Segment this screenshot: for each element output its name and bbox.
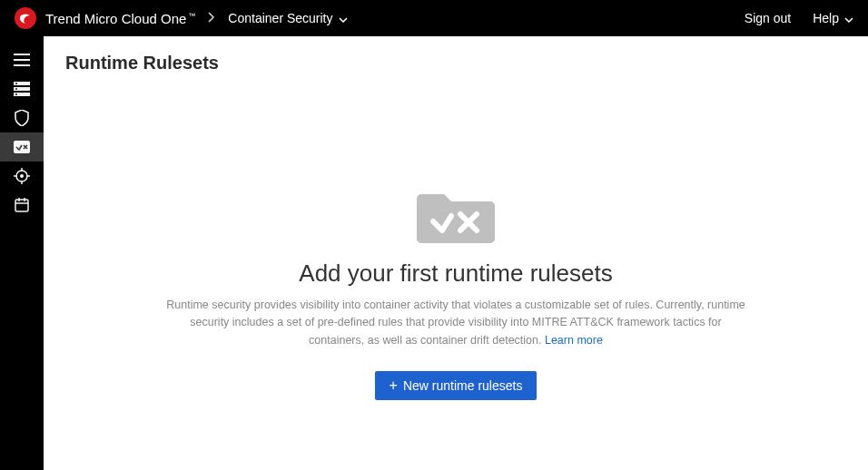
section-selector[interactable]: Container Security xyxy=(228,11,347,25)
empty-heading: Add your first runtime rulesets xyxy=(165,259,746,288)
help-label: Help xyxy=(813,11,839,25)
brand-logo-icon xyxy=(15,7,36,29)
trademark-symbol: ™ xyxy=(188,12,195,20)
section-label: Container Security xyxy=(228,11,332,25)
empty-folder-icon xyxy=(417,181,495,243)
brand-title: Trend Micro Cloud One™ xyxy=(45,11,195,26)
page-title: Runtime Rulesets xyxy=(65,53,846,73)
calendar-icon xyxy=(15,198,29,212)
learn-more-link[interactable]: Learn more xyxy=(545,334,603,347)
svg-point-6 xyxy=(15,83,17,84)
svg-rect-16 xyxy=(15,200,28,211)
plus-icon: + xyxy=(390,378,398,393)
svg-point-11 xyxy=(20,174,24,178)
servers-icon xyxy=(14,82,30,96)
rulesets-icon xyxy=(14,141,30,153)
empty-description: Runtime security provides visibility int… xyxy=(165,297,746,349)
sidebar-item-servers[interactable] xyxy=(0,74,44,103)
signout-link[interactable]: Sign out xyxy=(745,11,791,25)
t-swirl-icon xyxy=(18,11,33,25)
sidebar-item-target[interactable] xyxy=(0,162,44,191)
new-ruleset-button[interactable]: + New runtime rulesets xyxy=(375,371,538,400)
svg-point-7 xyxy=(15,88,17,90)
empty-state: Add your first runtime rulesets Runtime … xyxy=(165,181,746,400)
signout-label: Sign out xyxy=(745,11,791,25)
empty-description-text: Runtime security provides visibility int… xyxy=(166,299,745,347)
sidebar-item-calendar[interactable] xyxy=(0,191,44,220)
main-content: Runtime Rulesets Add your first runtime … xyxy=(44,36,868,470)
brand-text: Trend Micro Cloud One xyxy=(45,11,186,26)
chevron-right-icon xyxy=(208,11,215,25)
chevron-down-icon xyxy=(844,11,853,25)
svg-rect-9 xyxy=(14,141,30,153)
new-ruleset-label: New runtime rulesets xyxy=(403,378,523,393)
help-menu[interactable]: Help xyxy=(813,11,853,25)
menu-icon xyxy=(14,54,30,66)
chevron-down-icon xyxy=(339,11,348,25)
sidebar-menu-toggle[interactable] xyxy=(0,45,44,74)
sidebar-item-security[interactable] xyxy=(0,103,44,132)
svg-point-8 xyxy=(15,93,17,95)
shield-icon xyxy=(15,110,29,126)
sidebar xyxy=(0,36,44,470)
target-icon xyxy=(14,168,30,184)
sidebar-item-rulesets[interactable] xyxy=(0,132,44,162)
topbar: Trend Micro Cloud One™ Container Securit… xyxy=(0,0,868,36)
layout: Runtime Rulesets Add your first runtime … xyxy=(0,36,868,470)
